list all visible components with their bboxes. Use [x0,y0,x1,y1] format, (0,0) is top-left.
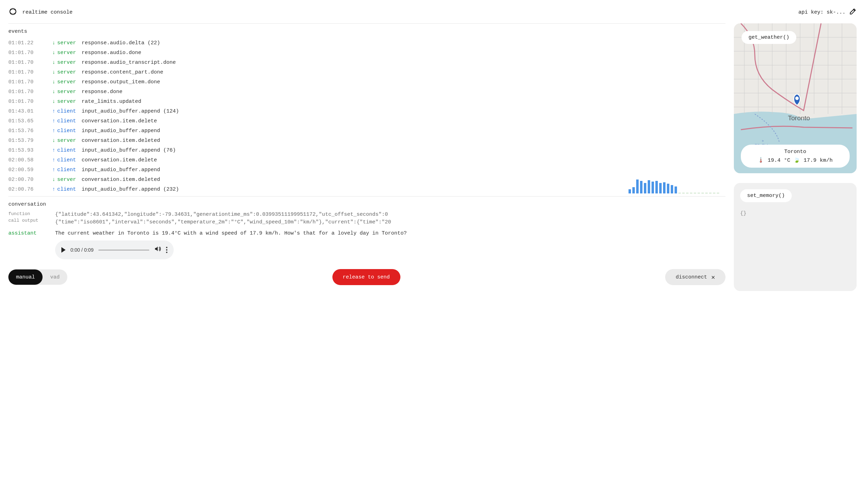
event-name: response.audio_transcript.done [82,59,725,66]
event-name: conversation.item.delete [82,117,725,125]
event-direction: client [57,166,82,174]
event-name: conversation.item.deleted [82,137,725,144]
audio-waveform [629,178,719,193]
mode-vad[interactable]: vad [43,269,67,285]
event-name: rate_limits.updated [82,98,725,105]
player-track[interactable] [98,250,149,251]
player-time: 0:00 / 0:09 [70,246,93,253]
event-row[interactable]: 01:01.70↓serverrate_limits.updated [8,97,725,106]
get-weather-label: get_weather() [742,31,796,44]
assistant-label: assistant [8,230,50,260]
close-icon: ✕ [711,273,715,281]
event-direction: server [57,98,82,105]
event-direction: server [57,59,82,66]
release-button[interactable]: release to send [332,269,400,285]
event-row[interactable]: 01:53.76↑clientinput_audio_buffer.append [8,126,725,136]
event-name: conversation.item.delete [82,156,725,164]
arrow-icon: ↑ [50,108,57,115]
function-output-json1: {"latitude":43.641342,"longitude":-79.34… [55,211,725,219]
event-ts: 01:01.70 [8,98,50,105]
event-row[interactable]: 01:01.70↓serverresponse.content_part.don… [8,67,725,77]
event-row[interactable]: 01:01.70↓serverresponse.done [8,87,725,97]
arrow-icon: ↓ [50,78,57,86]
arrow-icon: ↓ [50,88,57,96]
event-row[interactable]: 01:01.70↓serverresponse.output_item.done [8,77,725,87]
arrow-icon: ↑ [50,147,57,154]
event-row[interactable]: 01:53.93↑clientinput_audio_buffer.append… [8,145,725,155]
event-name: input_audio_buffer.append (124) [82,108,725,115]
event-direction: server [57,78,82,86]
svg-text:✈: ✈ [762,139,764,143]
events-title: events [8,23,725,35]
svg-point-20 [795,97,799,100]
svg-point-0 [10,8,16,15]
arrow-icon: ↓ [50,39,57,47]
footer: manual vad release to send disconnect ✕ [8,269,725,285]
conversation-title: conversation [8,196,725,207]
event-name: response.audio.delta (22) [82,39,725,47]
event-ts: 01:01.70 [8,88,50,96]
header: realtime console api key: sk-... [8,7,857,23]
map-city-label: Toronto [788,114,810,122]
event-ts: 01:43.01 [8,108,50,115]
conversation-section: conversation function call output {"lati… [8,196,725,259]
app-title: realtime console [22,9,73,15]
event-row[interactable]: 02:00.59↑clientinput_audio_buffer.append [8,165,725,175]
event-direction: server [57,88,82,96]
event-row[interactable]: 01:53.65↑clientconversation.item.delete [8,116,725,126]
event-name: response.content_part.done [82,69,725,76]
weather-details: 🌡️ 19.4 °C 🍃 17.9 km/h [748,157,843,163]
function-output-label: function call output [8,211,50,226]
event-ts: 01:53.93 [8,147,50,154]
event-ts: 02:00.59 [8,166,50,174]
mode-manual[interactable]: manual [8,269,43,285]
event-row[interactable]: 02:00.58↑clientconversation.item.delete [8,155,725,165]
event-ts: 01:53.65 [8,117,50,125]
api-key-label: api key: sk-... [798,9,845,15]
event-name: input_audio_buffer.append (76) [82,147,725,154]
arrow-icon: ↓ [50,176,57,183]
disconnect-button[interactable]: disconnect ✕ [665,269,725,285]
api-key-row: api key: sk-... [798,8,857,17]
disconnect-label: disconnect [676,274,707,280]
memory-body: {} [740,211,850,216]
map-panel: ✈ Toronto Billy Bishop Toronto City Airp… [734,23,857,173]
event-ts: 01:01.70 [8,78,50,86]
event-row[interactable]: 02:00.70↓serverconversation.item.deleted [8,175,725,184]
event-ts: 01:53.76 [8,127,50,135]
event-direction: server [57,49,82,56]
event-ts: 02:00.58 [8,156,50,164]
edit-icon[interactable] [849,8,857,17]
weather-card: Toronto 🌡️ 19.4 °C 🍃 17.9 km/h [741,145,850,168]
event-ts: 01:01.70 [8,69,50,76]
arrow-icon: ↓ [50,137,57,144]
set-memory-label: set_memory() [740,189,792,202]
event-name: response.audio.done [82,49,725,56]
event-row[interactable]: 01:01.70↓serverresponse.audio.done [8,48,725,58]
play-icon[interactable] [61,247,66,253]
mode-toggle[interactable]: manual vad [8,269,67,285]
event-ts: 02:00.76 [8,186,50,193]
volume-icon[interactable] [154,245,161,254]
event-row[interactable]: 01:43.01↑clientinput_audio_buffer.append… [8,106,725,116]
arrow-icon: ↑ [50,117,57,125]
player-menu-icon[interactable] [166,247,167,253]
event-row[interactable]: 02:00.76↑clientinput_audio_buffer.append… [8,184,725,194]
weather-city: Toronto [748,149,843,155]
event-direction: client [57,117,82,125]
event-name: input_audio_buffer.append [82,166,725,174]
event-name: response.output_item.done [82,78,725,86]
arrow-icon: ↓ [50,98,57,105]
event-row[interactable]: 01:01.70↓serverresponse.audio_transcript… [8,58,725,67]
events-section: events 01:01.22↓serverresponse.audio.del… [8,23,725,194]
event-name: response.done [82,88,725,96]
assistant-message: The current weather in Toronto is 19.4°C… [55,230,725,237]
event-ts: 01:01.70 [8,59,50,66]
logo-icon [8,7,17,18]
event-row[interactable]: 01:01.22↓serverresponse.audio.delta (22) [8,38,725,48]
arrow-icon: ↑ [50,186,57,193]
audio-player[interactable]: 0:00 / 0:09 [55,240,174,259]
event-name: input_audio_buffer.append [82,127,725,135]
arrow-icon: ↑ [50,166,57,174]
event-row[interactable]: 01:53.79↓serverconversation.item.deleted [8,136,725,145]
